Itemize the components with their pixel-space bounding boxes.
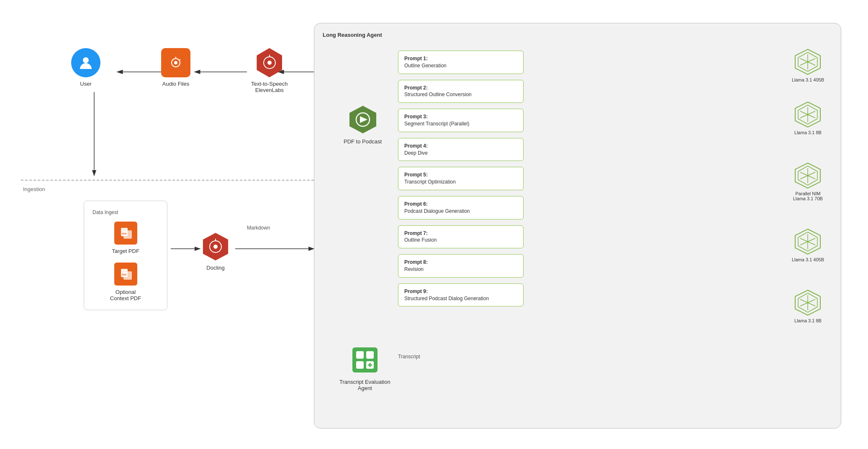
user-node: User (71, 48, 100, 87)
prompt-box-7: Prompt 7: Outline Fusion (398, 225, 524, 249)
prompt-5-title: Prompt 5: (404, 171, 517, 179)
nim-5-label: Llama 3.1 8B (794, 318, 822, 323)
ingestion-divider (21, 180, 314, 181)
long-reasoning-box: Long Reasoning Agent Prompt 1: Outline G… (314, 23, 841, 429)
svg-text:PDF: PDF (122, 232, 127, 235)
user-label: User (80, 81, 91, 87)
tts-label: Text-to-SpeechElevenLabs (251, 81, 288, 93)
data-ingest-title: Data Ingest (92, 209, 159, 215)
long-reasoning-title: Long Reasoning Agent (323, 32, 832, 38)
prompt-box-5: Prompt 5: Transcript Optimization (398, 167, 524, 190)
prompt-box-4: Prompt 4: Deep Dive (398, 138, 524, 161)
prompt-6-desc: Podcast Dialogue Generation (404, 208, 517, 215)
optional-pdf-icon: PDF (114, 263, 137, 286)
optional-pdf-node: PDF OptionalContext PDF (92, 263, 159, 301)
prompt-8-title: Prompt 8: (404, 259, 517, 266)
svg-line-26 (179, 59, 180, 60)
nim-item-4: Llama 3.1 405B (792, 228, 824, 262)
audio-files-icon (161, 48, 190, 77)
target-pdf-node: PDF Target PDF (92, 222, 159, 254)
prompt-3-title: Prompt 3: (404, 113, 517, 120)
prompt-7-desc: Outline Fusion (404, 237, 517, 244)
svg-text:PDF: PDF (122, 273, 127, 276)
transcript-label-inner: Transcript (398, 354, 420, 360)
svg-rect-46 (356, 361, 364, 369)
prompt-4-desc: Deep Dive (404, 150, 517, 157)
diagram-container: User Audio Files Text-to-SpeechElevenLab… (0, 0, 868, 449)
nim-2-label: Llama 3.1 8B (794, 130, 822, 135)
target-pdf-label: Target PDF (112, 248, 139, 254)
audio-files-node: Audio Files (161, 48, 190, 87)
prompt-box-8: Prompt 8: Revision (398, 254, 524, 278)
transcript-agent-icon (350, 345, 380, 376)
nim-item-3: Parallel NIMLlama 3.1 70B (793, 162, 823, 201)
tts-node: Text-to-SpeechElevenLabs (251, 48, 288, 93)
pdf-podcast-icon (348, 105, 378, 136)
nim-item-1: Llama 3.1 405B (792, 48, 824, 82)
prompt-8-desc: Revision (404, 266, 517, 273)
pdf-podcast-inner: PDF to Podcast (344, 105, 382, 145)
docling-node: Docling (201, 232, 230, 271)
prompts-column: Prompt 1: Outline Generation Prompt 2: S… (398, 51, 524, 306)
optional-pdf-label: OptionalContext PDF (110, 289, 141, 301)
nim-item-2: Llama 3.1 8B (794, 101, 822, 135)
svg-point-24 (174, 61, 177, 64)
docling-icon (201, 232, 230, 261)
prompt-4-title: Prompt 4: (404, 143, 517, 150)
prompt-2-desc: Structured Outline Conversion (404, 91, 517, 98)
prompt-box-6: Prompt 6: Podcast Dialogue Generation (398, 196, 524, 219)
prompt-9-desc: Structured Podcast Dialog Generation (404, 295, 517, 302)
prompt-1-title: Prompt 1: (404, 55, 517, 62)
docling-label: Docling (206, 265, 224, 271)
nim-1-label: Llama 3.1 405B (792, 77, 824, 82)
data-ingest-box: Data Ingest PDF Target PDF PDF Op (84, 201, 167, 310)
pdf-podcast-label: PDF to Podcast (344, 138, 382, 145)
prompt-1-desc: Outline Generation (404, 62, 517, 69)
prompt-2-title: Prompt 2: (404, 84, 517, 92)
svg-rect-43 (352, 347, 378, 372)
svg-point-29 (267, 61, 272, 65)
nim-column: Llama 3.1 405B Llama 3.1 8B (792, 48, 824, 323)
nim-item-5: Llama 3.1 8B (794, 289, 822, 323)
nim-3-label: Parallel NIMLlama 3.1 70B (793, 191, 823, 201)
nim-4-label: Llama 3.1 405B (792, 257, 824, 262)
prompt-6-title: Prompt 6: (404, 201, 517, 208)
prompt-box-3: Prompt 3: Segment Transcript (Parallel) (398, 109, 524, 132)
user-icon (71, 48, 100, 77)
svg-point-39 (213, 245, 218, 249)
transcript-agent-label: Transcript EvaluationAgent (339, 379, 390, 391)
prompt-9-title: Prompt 9: (404, 288, 517, 295)
prompt-box-1: Prompt 1: Outline Generation (398, 51, 524, 74)
prompt-box-9: Prompt 9: Structured Podcast Dialog Gene… (398, 283, 524, 307)
transcript-agent-inner: Transcript EvaluationAgent (339, 345, 390, 391)
prompt-7-title: Prompt 7: (404, 230, 517, 237)
prompt-3-desc: Segment Transcript (Parallel) (404, 120, 517, 128)
tts-icon (255, 48, 284, 77)
ingestion-label: Ingestion (23, 186, 45, 192)
svg-rect-44 (356, 351, 364, 359)
svg-rect-45 (366, 351, 374, 359)
prompt-5-desc: Transcript Optimization (404, 179, 517, 186)
svg-point-22 (83, 57, 89, 63)
markdown-label: Markdown (247, 225, 270, 231)
prompt-box-2: Prompt 2: Structured Outline Conversion (398, 80, 524, 103)
target-pdf-icon: PDF (114, 222, 137, 245)
audio-files-label: Audio Files (162, 81, 189, 87)
